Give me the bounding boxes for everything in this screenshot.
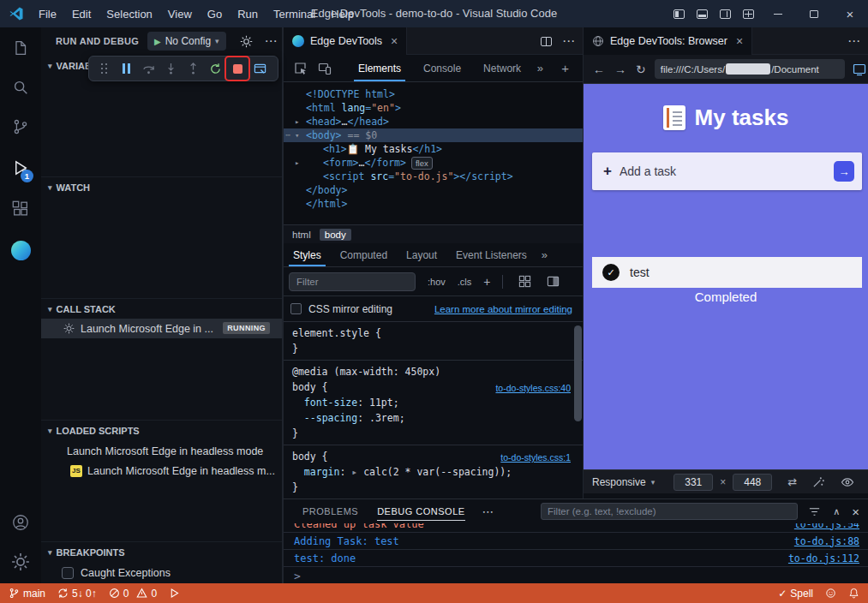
settings-gear-icon[interactable] xyxy=(0,542,41,582)
more-tabs-icon[interactable]: » xyxy=(542,248,548,261)
task-checked-icon[interactable]: ✓ xyxy=(602,264,620,281)
edge-devtools-icon[interactable] xyxy=(0,230,41,270)
add-task-bar[interactable]: + Add a task → xyxy=(592,152,862,190)
style-rule-line[interactable]: font-size: 11pt; xyxy=(284,395,583,410)
style-rule-line[interactable]: margin: ▸ calc(2 * var(--spacing)); xyxy=(284,464,583,480)
viewport-width-input[interactable] xyxy=(673,474,713,491)
split-editor-icon[interactable] xyxy=(541,37,552,46)
tab-computed[interactable]: Computed xyxy=(331,243,397,266)
stop-button[interactable] xyxy=(226,57,248,80)
notifications-bell-icon[interactable] xyxy=(842,583,868,603)
step-out-button[interactable] xyxy=(182,57,204,80)
feedback-icon[interactable] xyxy=(819,583,842,603)
menu-selection[interactable]: Selection xyxy=(99,8,159,21)
dom-node-line[interactable]: <html lang="en"> xyxy=(284,101,583,115)
restart-button[interactable] xyxy=(204,57,226,80)
css-file-link[interactable]: to-do-styles.css:40 xyxy=(495,380,571,396)
style-rule-line[interactable]: } xyxy=(284,480,583,495)
expand-arrow-icon[interactable]: ▸ xyxy=(295,156,299,170)
rotate-viewport-icon[interactable]: ⇄ xyxy=(787,475,797,488)
spell-checker-item[interactable]: ✓ Spell xyxy=(772,583,819,603)
loaded-script-row[interactable]: JS Launch Microsoft Edge in headless m..… xyxy=(41,461,282,481)
console-source-link[interactable]: to-do.js:112 xyxy=(788,550,859,567)
dom-node-line[interactable]: </body> xyxy=(284,183,583,197)
git-sync-item[interactable]: 5↓ 0↑ xyxy=(51,583,103,603)
dom-node-line[interactable]: ▸<head>…</head> xyxy=(284,115,583,128)
step-into-button[interactable] xyxy=(159,57,182,80)
style-rule-line[interactable]: --spacing: .3rem; xyxy=(284,410,583,426)
loaded-script-row[interactable]: Launch Microsoft Edge in headless mode xyxy=(41,441,282,461)
forward-icon[interactable]: → xyxy=(614,63,626,76)
css-file-link[interactable]: to-do-styles.css:1 xyxy=(500,450,571,465)
caught-exceptions-checkbox[interactable] xyxy=(62,567,74,579)
completed-task-row[interactable]: ✓ test xyxy=(592,257,862,288)
call-stack-section-header[interactable]: ▾ CALL STACK xyxy=(41,298,282,319)
style-rule-line[interactable]: } xyxy=(284,341,583,356)
tab-debug-console[interactable]: DEBUG CONSOLE xyxy=(377,499,464,523)
wand-icon[interactable] xyxy=(812,475,825,488)
add-panel-icon[interactable]: + xyxy=(561,61,569,75)
dom-node-line[interactable]: ⋯▾<body> == $0 xyxy=(284,128,583,142)
close-tab-icon[interactable]: × xyxy=(391,34,398,48)
console-prompt[interactable]: > xyxy=(284,567,868,582)
screencast-button[interactable] xyxy=(248,57,271,80)
editor-more-icon[interactable]: ⋯ xyxy=(562,33,576,49)
breakpoints-section-header[interactable]: ▾ BREAKPOINTS xyxy=(41,541,282,562)
menu-edit[interactable]: Edit xyxy=(64,8,99,21)
rendering-emulation-icon[interactable] xyxy=(518,275,531,288)
more-panels-icon[interactable]: » xyxy=(537,62,543,75)
breakpoint-row[interactable]: Caught Exceptions xyxy=(41,563,282,582)
source-control-icon[interactable] xyxy=(0,107,41,146)
toggle-secondary-sidebar-icon[interactable] xyxy=(714,0,737,27)
toggle-classes-button[interactable]: .cls xyxy=(458,277,472,287)
console-source-link[interactable]: to-do.js:88 xyxy=(794,533,859,550)
menu-go[interactable]: Go xyxy=(200,8,230,21)
device-emulation-icon[interactable] xyxy=(318,62,332,75)
css-mirror-checkbox[interactable] xyxy=(290,303,302,314)
reload-icon[interactable]: ↻ xyxy=(636,63,646,76)
style-rule-line[interactable]: body {to-do-styles.css:1 xyxy=(284,449,583,464)
breadcrumb-html[interactable]: html xyxy=(292,230,311,240)
pause-button[interactable] xyxy=(115,57,137,80)
tab-network[interactable]: Network xyxy=(472,55,532,81)
expand-arrow-icon[interactable]: ▸ xyxy=(295,115,299,128)
breadcrumb-body[interactable]: body xyxy=(320,229,351,241)
dom-node-line[interactable]: <h1>📋 My tasks</h1> xyxy=(284,142,583,156)
explorer-icon[interactable] xyxy=(0,28,41,68)
tab-console[interactable]: Console xyxy=(412,55,472,81)
dom-node-line[interactable]: </html> xyxy=(284,197,583,211)
tab-edge-devtools-browser[interactable]: Edge DevTools: Browser × xyxy=(584,27,752,55)
console-filter-input[interactable] xyxy=(541,503,798,520)
toggle-pseudo-classes-button[interactable]: :hov xyxy=(428,277,446,287)
expand-arrow-icon[interactable]: ▾ xyxy=(295,128,299,142)
submit-task-button[interactable]: → xyxy=(834,161,854,182)
tab-styles[interactable]: Styles xyxy=(284,243,331,266)
editor-more-icon[interactable]: ⋯ xyxy=(847,33,861,49)
style-rule-line[interactable]: body {to-do-styles.css:40 xyxy=(284,379,583,395)
inspect-element-icon[interactable] xyxy=(294,62,308,75)
close-panel-icon[interactable]: × xyxy=(852,504,859,519)
style-rule-line[interactable]: @media (max-width: 450px) xyxy=(284,364,583,379)
toggle-panel-icon[interactable] xyxy=(691,0,714,27)
panel-more-icon[interactable]: ⋯ xyxy=(482,504,495,518)
watch-section-header[interactable]: ▾ WATCH xyxy=(41,176,282,197)
call-stack-session-row[interactable]: Launch Microsoft Edge in ... RUNNING xyxy=(41,319,282,338)
minimize-button[interactable] xyxy=(760,0,796,27)
git-branch-item[interactable]: main xyxy=(0,583,51,603)
styles-filter-input[interactable] xyxy=(289,272,416,291)
run-and-debug-icon[interactable]: 1 xyxy=(0,148,41,188)
problems-item[interactable]: 0 0 xyxy=(103,583,163,603)
close-tab-icon[interactable]: × xyxy=(736,34,743,48)
toggle-sidebar-icon[interactable] xyxy=(667,0,691,27)
mirror-editing-learn-more-link[interactable]: Learn more about mirror editing xyxy=(434,304,572,314)
url-bar[interactable]: file:///C:/Users/ /Document xyxy=(655,59,845,79)
menu-run[interactable]: Run xyxy=(230,8,266,21)
back-icon[interactable]: ← xyxy=(593,63,605,76)
tab-problems[interactable]: PROBLEMS xyxy=(302,499,358,523)
screencast-icon[interactable] xyxy=(853,63,866,76)
new-style-rule-button[interactable]: + xyxy=(483,275,490,289)
split-pane-icon[interactable] xyxy=(547,275,560,288)
menu-view[interactable]: View xyxy=(160,8,200,21)
tab-event-listeners[interactable]: Event Listeners xyxy=(446,243,536,266)
customize-layout-icon[interactable] xyxy=(737,0,760,27)
